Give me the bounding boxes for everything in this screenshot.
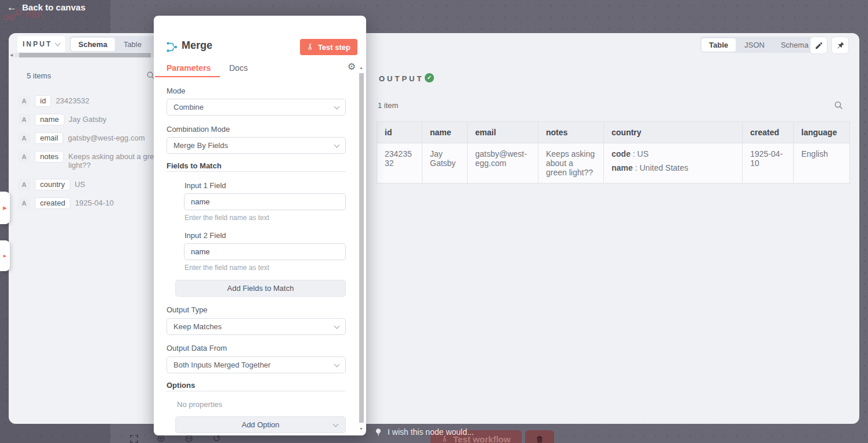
input-horizontal-scrollbar[interactable]: ◀: [10, 52, 155, 57]
chevron-down-icon: [55, 41, 61, 46]
add-fields-to-match-label: Add Fields to Match: [227, 284, 294, 293]
column-header-language: language: [794, 122, 850, 143]
output-data-from-select[interactable]: Both Inputs Merged Together: [167, 356, 346, 373]
scroll-down-arrow-icon[interactable]: ▼: [359, 427, 363, 431]
schema-value: gatsby@west-egg.com: [68, 132, 144, 142]
add-option-label: Add Option: [241, 420, 279, 429]
back-to-canvas-button[interactable]: ← Back to canvas: [7, 2, 85, 12]
input-2-field-label: Input 2 Field: [185, 231, 226, 240]
combination-mode-value: Merge By Fields: [173, 141, 335, 150]
fit-view-icon[interactable]: [129, 434, 139, 443]
schema-key[interactable]: name: [35, 114, 64, 125]
scroll-up-arrow-icon[interactable]: ▲: [359, 66, 363, 70]
column-header-notes: notes: [538, 122, 604, 143]
output-panel: OUTPUT ✓ Table JSON Schema 1 item: [366, 33, 859, 424]
tab-docs[interactable]: Docs: [229, 63, 248, 73]
column-header-created: created: [743, 122, 794, 143]
mode-select[interactable]: Combine: [167, 99, 346, 116]
schema-key[interactable]: id: [35, 95, 51, 107]
n8n-node-detail-view: n8n ← Back to canvas INPUT Schema Table …: [0, 0, 868, 443]
test-step-label: Test step: [318, 43, 350, 52]
string-type-icon: A: [18, 197, 30, 209]
schema-value: 23423532: [56, 95, 89, 105]
combination-mode-label: Combination Mode: [167, 125, 230, 134]
chevron-down-icon: [333, 421, 339, 427]
country-code-key: code: [612, 149, 631, 159]
dialog-scrollbar[interactable]: ▲ ▼: [359, 66, 364, 431]
active-tab-underline: [155, 76, 220, 77]
input-1-connector-tab[interactable]: ▶: [0, 192, 10, 224]
string-type-icon: A: [18, 151, 30, 163]
chevron-down-icon: [334, 103, 340, 109]
section-divider: [167, 171, 346, 172]
scrollbar-thumb[interactable]: [19, 53, 151, 57]
cell-id: 23423532: [377, 143, 422, 183]
schema-value: US: [75, 179, 85, 189]
mode-label: Mode: [167, 87, 186, 95]
tab-parameters[interactable]: Parameters: [167, 63, 211, 73]
arrow-right-icon: ▶: [3, 206, 7, 211]
add-option-button[interactable]: Add Option: [175, 416, 346, 433]
input-2-connector-tab[interactable]: ▶: [0, 240, 10, 271]
string-type-icon: A: [18, 132, 30, 144]
schema-key[interactable]: notes: [35, 151, 64, 163]
scroll-left-arrow-icon[interactable]: ◀: [10, 53, 13, 57]
scrollbar-thumb[interactable]: [359, 73, 364, 423]
merge-node-dialog: Merge Test step Parameters Docs ⚙ Mode C…: [154, 16, 366, 435]
output-type-value: Keep Matches: [173, 322, 335, 331]
test-step-button[interactable]: Test step: [300, 39, 357, 55]
schema-item-name: A name Jay Gatsby: [18, 114, 107, 125]
cell-email: gatsby@west-egg.com: [468, 143, 538, 183]
schema-key[interactable]: email: [35, 132, 63, 144]
delete-node-button-dimmed[interactable]: [525, 430, 554, 443]
input-2-field-input[interactable]: [184, 243, 346, 260]
column-header-id: id: [377, 122, 422, 143]
schema-key[interactable]: country: [35, 179, 70, 190]
trash-icon: [536, 435, 544, 443]
input-1-field-hint: Enter the field name as text: [185, 214, 269, 222]
country-name-value: United States: [639, 163, 688, 172]
input-tab-table[interactable]: Table: [116, 38, 149, 51]
column-header-email: email: [468, 122, 538, 143]
mode-value: Combine: [173, 103, 335, 111]
no-properties-text: No properties: [177, 400, 222, 409]
input-source-selector[interactable]: INPUT: [17, 36, 65, 52]
node-settings-gear-icon[interactable]: ⚙: [348, 62, 356, 71]
chevron-down-icon: [334, 142, 340, 147]
combination-mode-select[interactable]: Merge By Fields: [167, 137, 346, 154]
input-tab-schema[interactable]: Schema: [71, 38, 115, 51]
output-view-tabs: Table JSON Schema: [700, 37, 817, 53]
country-code-value: US: [637, 149, 648, 159]
options-heading: Options: [167, 381, 195, 390]
input-1-field-input[interactable]: [184, 193, 346, 210]
output-panel-title: OUTPUT: [379, 74, 424, 83]
output-search-icon[interactable]: [834, 100, 844, 110]
edit-output-button[interactable]: [810, 37, 827, 54]
table-header-row: id name email notes country created lang…: [377, 122, 850, 143]
chevron-down-icon: [334, 323, 340, 329]
output-tab-json[interactable]: JSON: [737, 38, 772, 52]
output-items-count: 1 item: [378, 101, 398, 110]
input-panel-title: INPUT: [23, 40, 52, 48]
node-title: Merge: [182, 39, 212, 52]
cell-notes: Keeps asking about a green light??: [538, 143, 604, 183]
section-divider: [167, 391, 346, 391]
schema-item-created: A created 1925-04-10: [18, 197, 114, 209]
merge-node-icon: [165, 41, 178, 53]
input-2-field-hint: Enter the field name as text: [185, 264, 269, 272]
node-feedback-link[interactable]: I wish this node would...: [374, 427, 474, 437]
output-type-select[interactable]: Keep Matches: [167, 318, 346, 335]
schema-key[interactable]: created: [35, 197, 70, 209]
add-fields-to-match-button[interactable]: Add Fields to Match: [175, 280, 346, 297]
scrollbar-track[interactable]: [15, 53, 155, 57]
pin-data-button[interactable]: [831, 37, 849, 54]
schema-item-email: A email gatsby@west-egg.com: [18, 132, 145, 144]
output-data-from-value: Both Inputs Merged Together: [173, 361, 335, 369]
schema-value: 1925-04-10: [75, 197, 114, 207]
flask-icon: [307, 43, 314, 51]
chevron-down-icon: [334, 361, 340, 367]
string-type-icon: A: [18, 179, 30, 190]
output-tab-table[interactable]: Table: [701, 38, 736, 52]
column-header-country: country: [604, 122, 743, 143]
string-type-icon: A: [18, 114, 30, 125]
